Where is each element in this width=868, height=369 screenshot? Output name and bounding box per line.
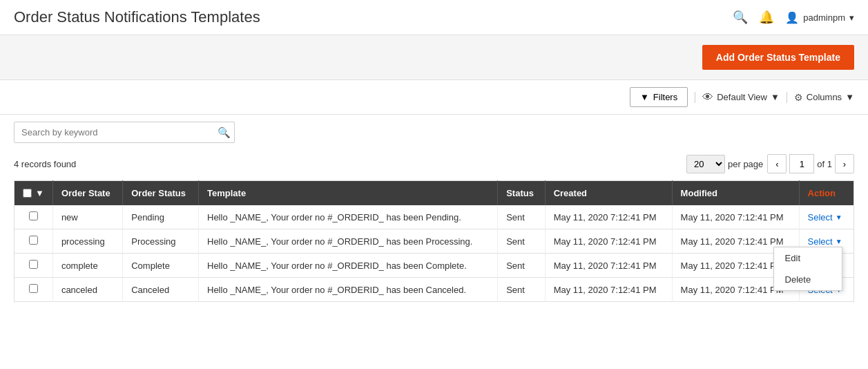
cell-status: Sent xyxy=(498,254,545,278)
cell-created: May 11, 2020 7:12:41 PM xyxy=(545,278,672,302)
filters-bar: ▼ Filters 👁 Default View ▼ ⚙ Columns ▼ xyxy=(0,80,868,115)
search-input[interactable] xyxy=(14,122,235,143)
filters-button[interactable]: ▼ Filters xyxy=(630,87,688,107)
gear-icon: ⚙ xyxy=(794,92,803,103)
cell-created: May 11, 2020 7:12:41 PM xyxy=(545,254,672,278)
cell-created: May 11, 2020 7:12:41 PM xyxy=(545,205,672,229)
toolbar: Add Order Status Template xyxy=(0,35,868,80)
cell-order-state: complete xyxy=(52,254,122,278)
edit-menu-item[interactable]: Edit xyxy=(774,247,842,269)
select-action-button[interactable]: Select ▼ xyxy=(808,236,842,247)
row-checkbox[interactable] xyxy=(29,236,38,245)
select-caret: ▼ xyxy=(836,238,842,245)
table-wrapper: ▼ Order State Order Status Template Stat… xyxy=(0,180,868,316)
notifications-icon[interactable]: 🔔 xyxy=(759,10,774,25)
filters-label: Filters xyxy=(653,92,677,102)
th-created: Created xyxy=(545,181,672,206)
cell-modified: May 11, 2020 7:12:41 PM xyxy=(672,205,799,229)
delete-menu-item[interactable]: Delete xyxy=(774,269,842,290)
cell-order-state: new xyxy=(52,205,122,229)
cell-template: Hello _NAME_, Your order no #_ORDERID_ h… xyxy=(199,254,498,278)
cell-status: Sent xyxy=(498,278,545,302)
select-caret: ▼ xyxy=(836,214,842,221)
cell-created: May 11, 2020 7:12:41 PM xyxy=(545,229,672,254)
page-nav: ‹ of 1 › xyxy=(767,154,854,173)
cell-order-status: Complete xyxy=(123,254,199,278)
divider2 xyxy=(787,92,787,103)
user-icon: 👤 xyxy=(785,11,799,24)
table-header-row: ▼ Order State Order Status Template Stat… xyxy=(15,181,854,206)
page-of: of 1 xyxy=(817,159,832,169)
orders-table: ▼ Order State Order Status Template Stat… xyxy=(14,180,854,302)
row-checkbox[interactable] xyxy=(29,260,38,269)
action-dropdown-menu: EditDelete xyxy=(773,247,842,291)
columns-caret: ▼ xyxy=(845,92,854,102)
table-row: completeCompleteHello _NAME_, Your order… xyxy=(15,254,854,278)
action-dropdown-container: Select ▼EditDelete xyxy=(808,236,842,247)
cell-action: Select ▼EditDelete xyxy=(799,229,853,254)
user-menu[interactable]: 👤 padminpm ▾ xyxy=(785,11,854,24)
cell-template: Hello _NAME_, Your order no #_ORDERID_ h… xyxy=(199,229,498,254)
select-all-checkbox[interactable] xyxy=(23,189,32,198)
cell-order-status: Pending xyxy=(123,205,199,229)
cell-order-state: processing xyxy=(52,229,122,254)
row-checkbox[interactable] xyxy=(29,211,38,220)
th-order-state: Order State xyxy=(52,181,122,206)
page-number-input[interactable] xyxy=(789,154,814,173)
select-all-checkbox-col: ▼ xyxy=(15,181,53,206)
view-caret: ▼ xyxy=(771,92,780,102)
add-order-status-template-button[interactable]: Add Order Status Template xyxy=(702,45,854,70)
table-row: processingProcessingHello _NAME_, Your o… xyxy=(15,229,854,254)
search-icon[interactable]: 🔍 xyxy=(733,10,748,25)
th-order-status: Order Status xyxy=(123,181,199,206)
page-header: Order Status Notifications Templates 🔍 🔔… xyxy=(0,0,868,35)
cell-template: Hello _NAME_, Your order no #_ORDERID_ h… xyxy=(199,278,498,302)
prev-page-button[interactable]: ‹ xyxy=(767,154,787,173)
cell-template: Hello _NAME_, Your order no #_ORDERID_ h… xyxy=(199,205,498,229)
next-page-button[interactable]: › xyxy=(835,154,854,173)
table-row: canceledCanceledHello _NAME_, Your order… xyxy=(15,278,854,302)
per-page-label: per page xyxy=(728,159,763,169)
user-dropdown-arrow: ▾ xyxy=(849,12,854,23)
search-bar: 🔍 xyxy=(0,115,868,150)
action-dropdown-container: Select ▼ xyxy=(808,212,842,223)
divider xyxy=(695,92,695,103)
search-button[interactable]: 🔍 xyxy=(218,126,231,139)
pagination: 20 50 100 per page ‹ of 1 › xyxy=(686,154,854,173)
th-status: Status xyxy=(498,181,545,206)
view-dropdown[interactable]: 👁 Default View ▼ xyxy=(702,91,780,104)
username: padminpm xyxy=(803,12,845,23)
header-actions: 🔍 🔔 👤 padminpm ▾ xyxy=(733,10,854,25)
page-title: Order Status Notifications Templates xyxy=(14,8,260,26)
cell-action: Select ▼ xyxy=(799,205,853,229)
cell-status: Sent xyxy=(498,205,545,229)
row-checkbox[interactable] xyxy=(29,284,38,293)
eye-icon: 👁 xyxy=(702,91,713,104)
per-page-select: 20 50 100 per page xyxy=(686,155,763,173)
sort-icon-checkbox: ▼ xyxy=(35,188,44,198)
table-row: newPendingHello _NAME_, Your order no #_… xyxy=(15,205,854,229)
cell-order-state: canceled xyxy=(52,278,122,302)
columns-label: Columns xyxy=(807,92,842,102)
records-bar: 4 records found 20 50 100 per page ‹ of … xyxy=(0,150,868,180)
cell-status: Sent xyxy=(498,229,545,254)
search-input-wrapper: 🔍 xyxy=(14,122,235,143)
th-template: Template xyxy=(199,181,498,206)
filter-icon: ▼ xyxy=(640,92,649,102)
cell-order-status: Canceled xyxy=(123,278,199,302)
per-page-dropdown[interactable]: 20 50 100 xyxy=(686,155,725,173)
view-label: Default View xyxy=(717,92,767,102)
cell-order-status: Processing xyxy=(123,229,199,254)
th-modified: Modified xyxy=(672,181,799,206)
columns-dropdown[interactable]: ⚙ Columns ▼ xyxy=(794,92,854,103)
th-action: Action xyxy=(799,181,853,206)
records-count: 4 records found xyxy=(14,159,76,169)
select-action-button[interactable]: Select ▼ xyxy=(808,212,842,223)
